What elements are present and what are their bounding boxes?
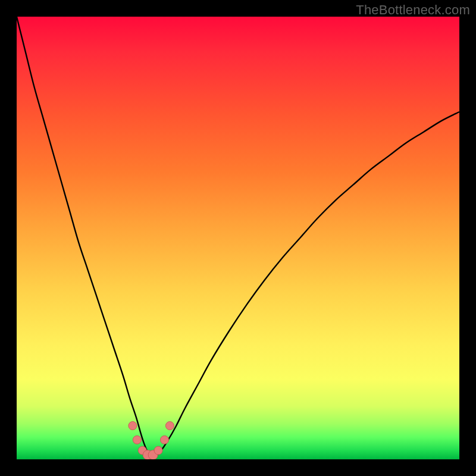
curve-marker (165, 421, 174, 430)
bottleneck-curve (17, 17, 459, 457)
curve-marker (133, 436, 141, 444)
curve-marker-group (129, 421, 174, 459)
chart-svg (17, 17, 459, 459)
watermark-text: TheBottleneck.com (356, 2, 470, 18)
chart-plot-area (17, 17, 459, 459)
curve-marker (154, 446, 162, 455)
curve-marker (129, 421, 137, 430)
curve-marker (161, 436, 169, 444)
